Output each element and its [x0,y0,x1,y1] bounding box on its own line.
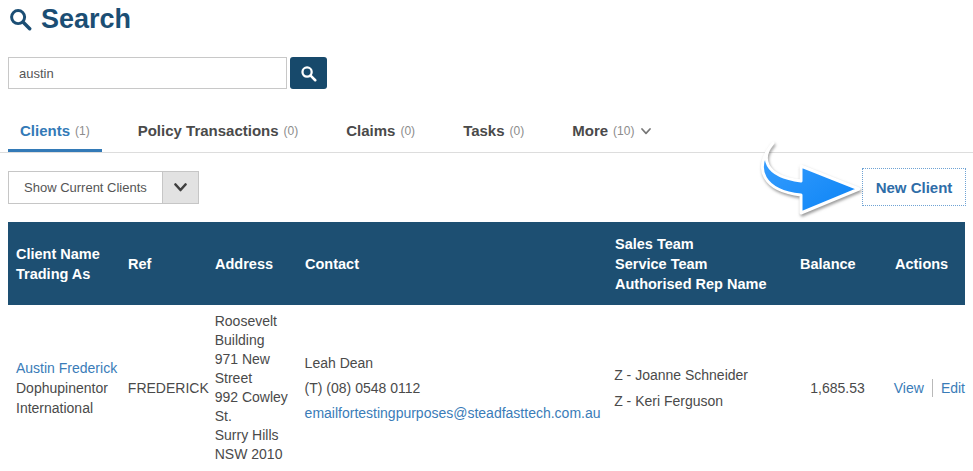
cell-client-name: Austin Frederick Dophupinentor Internati… [8,358,128,418]
search-input[interactable] [8,57,287,89]
tab-count: (0) [510,114,525,148]
client-filter-selected-value: Show Current Clients [9,172,162,203]
new-client-button[interactable]: New Client [862,168,966,206]
tab-count: (0) [400,114,415,148]
search-button[interactable] [290,57,327,89]
tab-label: Claims [346,114,395,148]
chevron-down-icon [641,128,651,135]
header-contact: Contact [305,254,615,274]
page-title-text: Search [41,4,131,35]
contact-name: Leah Dean [305,351,615,376]
search-icon [300,65,317,82]
clients-results-table: Client Name Trading As Ref Address Conta… [8,222,965,471]
tab-label: Tasks [463,114,504,148]
header-sales-team: Sales Team Service Team Authorised Rep N… [615,234,800,294]
team-line: Z - Keri Ferguson [614,388,799,414]
tab-count: (10) [613,114,634,148]
results-tabs: Clients (1) Policy Transactions (0) Clai… [0,113,973,153]
header-actions: Actions [866,254,965,274]
header-ref: Ref [128,254,215,274]
cell-sales-team: Z - Joanne Schneider Z - Keri Ferguson [614,362,799,414]
tab-label: More [572,114,608,148]
client-filter-dropdown[interactable]: Show Current Clients [8,171,199,204]
team-line: Z - Joanne Schneider [614,362,799,388]
cell-actions: View Edit [865,379,965,397]
tab-count: (1) [75,114,90,148]
header-balance: Balance [800,254,866,274]
chevron-down-icon [174,183,187,192]
tab-label: Policy Transactions [138,114,279,148]
tab-policy-transactions[interactable]: Policy Transactions (0) [126,113,311,152]
client-name-link[interactable]: Austin Frederick [16,360,117,376]
header-address: Address [215,254,305,274]
tab-claims[interactable]: Claims (0) [334,113,427,152]
edit-link[interactable]: Edit [941,380,965,396]
contact-email-link[interactable]: emailfortestingpurposes@steadfasttech.co… [305,405,601,421]
cell-address: Roosevelt Building 971 New Street 992 Co… [215,312,305,464]
cell-contact: Leah Dean (T) (08) 0548 0112 emailfortes… [305,351,615,426]
actions-divider [932,379,933,397]
search-title-icon [9,8,32,31]
table-row: Austin Frederick Dophupinentor Internati… [8,305,965,471]
tab-tasks[interactable]: Tasks (0) [451,113,536,152]
cell-ref: FREDERICK [128,380,215,396]
tab-count: (0) [284,114,299,148]
tab-label: Clients [20,114,70,148]
tab-more[interactable]: More (10) [560,113,663,152]
search-page: Search Clients (1) Policy Transactions (… [0,0,973,471]
tab-clients[interactable]: Clients (1) [8,113,102,152]
cell-balance: 1,685.53 [799,380,865,396]
contact-phone: (T) (08) 0548 0112 [305,376,615,401]
view-link[interactable]: View [894,380,924,396]
search-bar [8,57,327,89]
table-header-row: Client Name Trading As Ref Address Conta… [8,222,965,305]
trading-as-text: Dophupinentor International [16,378,128,418]
page-title: Search [9,4,131,35]
header-client-name: Client Name Trading As [8,244,128,284]
client-filter-caret-button[interactable] [162,172,198,203]
